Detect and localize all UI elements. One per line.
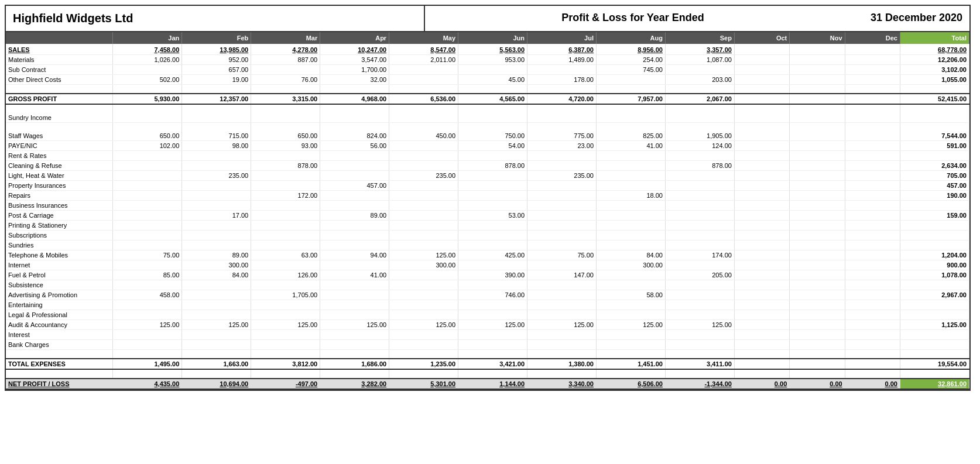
cell-value [389,330,458,340]
mar-header: Mar [251,32,320,44]
cell-value: 17.00 [182,211,251,221]
cell-value [182,231,251,240]
oct-header: Oct [734,32,789,44]
cell-value: 125.00 [597,320,666,330]
cell-value: 5,301.00 [389,379,458,389]
table-row: Printing & Stationery [6,221,969,231]
cell-value [320,300,389,310]
cell-value [790,161,845,171]
cell-value: 10,247.00 [320,44,389,55]
cell-value: 1,204.00 [900,250,969,260]
cell-value [734,290,789,300]
cell-value [790,94,845,104]
cell-value [845,270,900,280]
row-label: Subsistence [6,280,113,290]
cell-value: 147.00 [527,270,597,280]
cell-value [597,300,666,310]
cell-value [182,340,251,350]
row-label: TOTAL EXPENSES [6,359,113,369]
table-row: Bank Charges [6,340,969,350]
cell-value [597,270,666,280]
pl-table: Jan Feb Mar Apr May Jun Jul Aug Sep Oct … [6,32,969,390]
cell-value [790,320,845,330]
cell-value: 178.00 [527,75,597,85]
cell-value [790,75,845,85]
cell-value [790,221,845,231]
cell-value [389,141,458,151]
cell-value [734,260,789,270]
cell-value [790,231,845,240]
cell-value [527,280,597,290]
jul-header: Jul [527,32,597,44]
cell-value [900,151,969,161]
row-label: Legal & Professional [6,310,113,320]
cell-value [790,290,845,300]
cell-value: 3,340.00 [527,379,597,389]
table-row: PAYE/NIC102.0098.0093.0056.0054.0023.004… [6,141,969,151]
cell-value: 75.00 [113,250,182,260]
cell-value [182,151,251,161]
row-label: GROSS PROFIT [6,94,113,104]
cell-value: 1,905.00 [665,131,734,141]
cell-value: 54.00 [458,141,527,151]
cell-value: 458.00 [113,290,182,300]
cell-value [458,280,527,290]
cell-value: 125.00 [251,320,320,330]
cell-value: 502.00 [113,75,182,85]
cell-value [845,359,900,369]
cell-value [734,359,789,369]
cell-value [251,240,320,250]
cell-value [900,240,969,250]
cell-value [389,181,458,191]
cell-value [182,201,251,211]
cell-value [665,221,734,231]
cell-value [597,75,666,85]
cell-value [182,310,251,320]
cell-value: 7,957.00 [597,94,666,104]
table-row: Sundries [6,240,969,250]
cell-value: 4,278.00 [251,44,320,55]
cell-value [845,290,900,300]
cell-value: 300.00 [597,260,666,270]
cell-value [845,310,900,320]
cell-value [734,94,789,104]
cell-value [182,221,251,231]
table-row: Audit & Accountancy125.00125.00125.00125… [6,320,969,330]
cell-value: 1,380.00 [527,359,597,369]
cell-value [900,280,969,290]
cell-value: 3,357.00 [665,44,734,55]
cell-value [734,320,789,330]
cell-value [665,240,734,250]
table-row: Fuel & Petrol85.0084.00126.0041.00390.00… [6,270,969,280]
cell-value: 52,415.00 [900,94,969,104]
cell-value [320,310,389,320]
cell-value [734,75,789,85]
cell-value: 190.00 [900,191,969,201]
cell-value: 7,458.00 [113,44,182,55]
cell-value [900,300,969,310]
cell-value [665,340,734,350]
report-date: 31 December 2020 [841,6,969,31]
cell-value: 8,547.00 [389,44,458,55]
cell-value: 126.00 [251,270,320,280]
cell-value: 745.00 [597,65,666,75]
table-row: Sundry Income [6,113,969,123]
cell-value [845,340,900,350]
cell-value [734,161,789,171]
cell-value [790,181,845,191]
cell-value: 84.00 [182,270,251,280]
cell-value [665,181,734,191]
cell-value: 23.00 [527,141,597,151]
cell-value: 715.00 [182,131,251,141]
cell-value [458,151,527,161]
may-header: May [389,32,458,44]
cell-value: 1,144.00 [458,379,527,389]
cell-value [389,75,458,85]
cell-value [458,181,527,191]
cell-value [790,240,845,250]
table-row: Post & Carriage17.0089.0053.00159.00 [6,211,969,221]
cell-value: 650.00 [251,131,320,141]
cell-value: 12,357.00 [182,94,251,104]
cell-value: 390.00 [458,270,527,280]
cell-value: 53.00 [458,211,527,221]
